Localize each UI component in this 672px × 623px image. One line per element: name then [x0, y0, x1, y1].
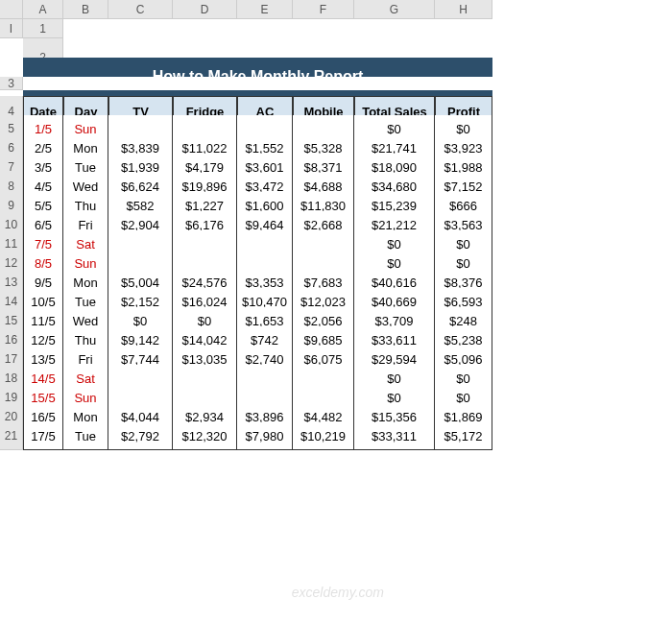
col-head-H[interactable]: H — [435, 0, 492, 19]
empty-cell[interactable] — [435, 77, 492, 90]
empty-cell[interactable] — [0, 38, 23, 58]
table-cell[interactable]: $33,311 — [354, 422, 435, 450]
col-head-E[interactable]: E — [237, 0, 293, 19]
col-head-I[interactable]: I — [0, 19, 23, 38]
empty-cell[interactable] — [293, 19, 354, 38]
empty-cell[interactable] — [173, 77, 237, 90]
empty-cell[interactable] — [63, 19, 108, 38]
empty-cell[interactable] — [354, 77, 435, 90]
col-head-F[interactable]: F — [293, 0, 354, 19]
empty-cell[interactable] — [293, 77, 354, 90]
col-head-B[interactable]: B — [63, 0, 108, 19]
empty-cell[interactable] — [435, 19, 492, 38]
table-cell[interactable]: Tue — [63, 422, 108, 450]
table-cell[interactable]: $5,172 — [435, 422, 492, 450]
col-head-G[interactable]: G — [354, 0, 435, 19]
table-cell[interactable]: $7,980 — [237, 422, 293, 450]
empty-cell[interactable] — [108, 77, 173, 90]
empty-cell[interactable] — [354, 19, 435, 38]
table-cell[interactable]: $10,219 — [293, 422, 354, 450]
spreadsheet-grid: ABCDEFGHI12How to Make Monthly Report34D… — [0, 0, 672, 442]
empty-cell[interactable] — [63, 77, 108, 90]
empty-cell[interactable] — [237, 77, 293, 90]
row-head-21[interactable]: 21 — [0, 422, 23, 450]
empty-cell[interactable] — [23, 77, 63, 90]
col-head-C[interactable]: C — [108, 0, 173, 19]
empty-cell[interactable] — [173, 19, 237, 38]
col-head-A[interactable]: A — [23, 0, 63, 19]
row-head-1[interactable]: 1 — [23, 19, 63, 38]
empty-cell[interactable] — [237, 19, 293, 38]
select-all-corner[interactable] — [0, 0, 23, 19]
watermark: exceldemy.com — [292, 585, 384, 600]
col-head-D[interactable]: D — [173, 0, 237, 19]
table-cell[interactable]: 17/5 — [23, 422, 63, 450]
table-cell[interactable]: $2,792 — [108, 422, 173, 450]
table-cell[interactable]: $12,320 — [173, 422, 237, 450]
empty-cell[interactable] — [108, 19, 173, 38]
row-head-3[interactable]: 3 — [0, 77, 23, 90]
